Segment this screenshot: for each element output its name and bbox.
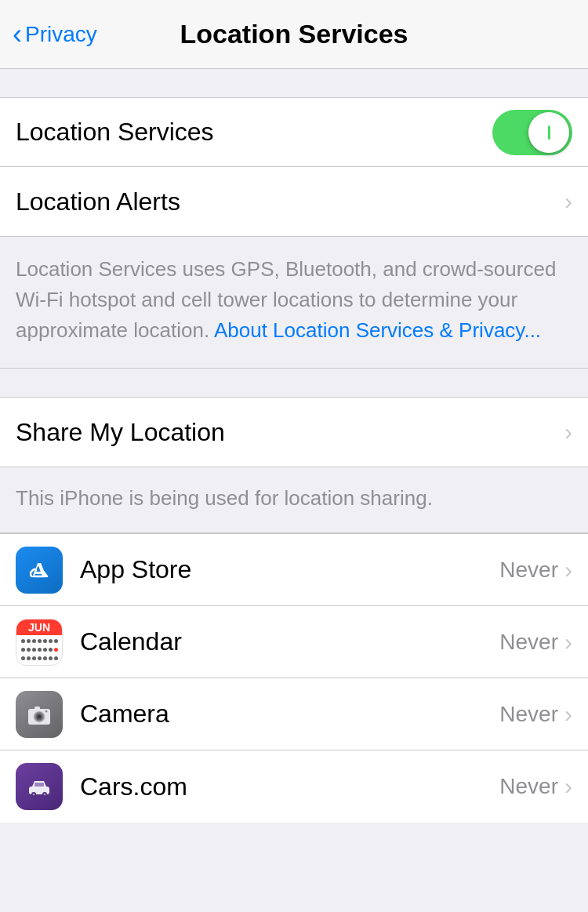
location-services-group: Location Services Location Alerts ›	[0, 97, 588, 237]
top-spacer	[0, 69, 588, 97]
cars-permission: Never	[499, 774, 558, 799]
share-location-group: Share My Location ›	[0, 397, 588, 467]
section-spacer	[0, 369, 588, 397]
share-my-location-row[interactable]: Share My Location ›	[0, 398, 588, 467]
share-my-location-right: ›	[564, 419, 572, 445]
calendar-row[interactable]: JUN	[0, 606, 588, 678]
location-alerts-row[interactable]: Location Alerts ›	[0, 167, 588, 236]
calendar-icon: JUN	[16, 619, 63, 666]
toggle-knob	[528, 112, 569, 153]
back-button[interactable]: ‹ Privacy	[13, 20, 97, 49]
svg-point-4	[38, 714, 42, 718]
camera-permission: Never	[499, 702, 558, 727]
description-paragraph: Location Services uses GPS, Bluetooth, a…	[16, 254, 572, 346]
cars-row[interactable]: Cars.com Never ›	[0, 750, 588, 823]
calendar-chevron-icon: ›	[564, 629, 572, 656]
camera-row[interactable]: Camera Never ›	[0, 678, 588, 750]
page-title: Location Services	[180, 19, 408, 49]
share-info-text: This iPhone is being used for location s…	[16, 486, 433, 510]
share-my-location-label: Share My Location	[16, 418, 225, 447]
location-services-toggle[interactable]	[492, 110, 572, 155]
cars-chevron-icon: ›	[564, 773, 572, 800]
location-services-label: Location Services	[16, 118, 214, 147]
back-label: Privacy	[25, 22, 97, 47]
camera-icon	[16, 691, 63, 738]
svg-point-11	[44, 794, 46, 796]
back-chevron-icon: ‹	[13, 20, 22, 49]
app-list: A App Store Never › JUN	[0, 533, 588, 823]
calendar-header: JUN	[16, 620, 62, 636]
location-services-row: Location Services	[0, 98, 588, 167]
calendar-name: Calendar	[80, 627, 499, 656]
camera-name: Camera	[80, 699, 499, 729]
app-store-name: App Store	[80, 555, 499, 584]
location-alerts-chevron-icon: ›	[564, 188, 572, 215]
app-store-permission: Never	[499, 558, 558, 583]
description-link[interactable]: About Location Services & Privacy...	[214, 318, 541, 342]
cars-icon	[16, 763, 63, 810]
app-store-icon: A	[16, 547, 63, 594]
share-my-location-chevron-icon: ›	[564, 419, 572, 445]
toggle-indicator	[548, 125, 550, 140]
nav-bar: ‹ Privacy Location Services	[0, 0, 588, 69]
location-alerts-label: Location Alerts	[16, 187, 180, 216]
svg-rect-12	[34, 783, 44, 787]
cars-name: Cars.com	[80, 772, 499, 801]
app-store-chevron-icon: ›	[564, 557, 572, 583]
calendar-permission: Never	[499, 630, 558, 655]
svg-rect-5	[34, 707, 40, 710]
camera-chevron-icon: ›	[564, 701, 572, 728]
svg-point-9	[33, 794, 35, 796]
share-info-block: This iPhone is being used for location s…	[0, 467, 588, 533]
location-alerts-right: ›	[564, 188, 572, 215]
svg-point-6	[45, 710, 48, 712]
app-store-row[interactable]: A App Store Never ›	[0, 534, 588, 606]
location-services-description: Location Services uses GPS, Bluetooth, a…	[0, 237, 588, 369]
